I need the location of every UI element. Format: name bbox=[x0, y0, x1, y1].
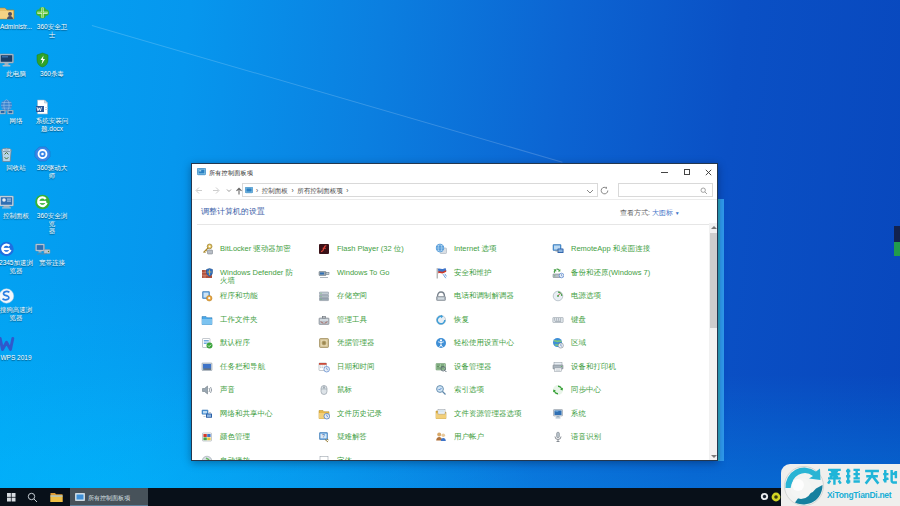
svg-text:A: A bbox=[322, 457, 327, 461]
svg-text:?: ? bbox=[322, 433, 325, 439]
